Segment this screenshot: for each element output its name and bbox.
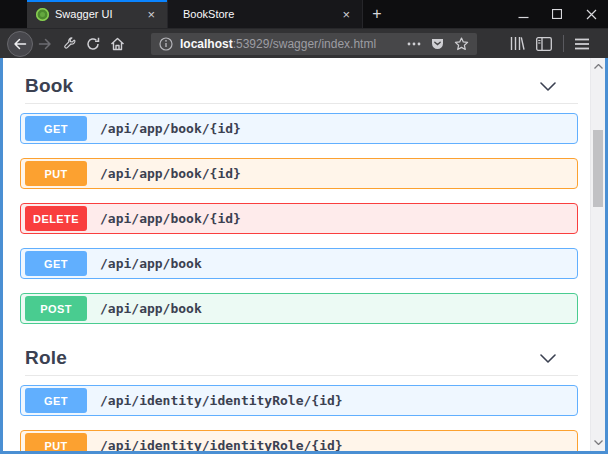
operation-path: /api/app/book/{id} <box>100 166 241 181</box>
operation-path: /api/app/book <box>100 256 202 271</box>
method-badge: DELETE <box>25 206 87 231</box>
swagger-operations: Book GET /api/app/book/{id} PUT /api/app… <box>3 58 581 451</box>
section-divider <box>25 103 578 104</box>
forward-button[interactable] <box>33 32 57 56</box>
library-icon[interactable] <box>509 36 525 51</box>
operation-path: /api/identity/identityRole/{id} <box>100 393 343 408</box>
home-button[interactable] <box>105 32 129 56</box>
operation-row[interactable]: PUT /api/app/book/{id} <box>20 158 578 189</box>
menu-hamburger-icon[interactable] <box>575 38 589 50</box>
operation-path: /api/app/book <box>100 301 202 316</box>
page-content: Book GET /api/app/book/{id} PUT /api/app… <box>0 58 608 454</box>
method-badge: POST <box>25 296 87 321</box>
reload-button[interactable] <box>81 32 105 56</box>
titlebar-drag-area <box>0 0 27 28</box>
operation-row[interactable]: POST /api/app/book <box>20 293 578 324</box>
titlebar: Swagger UI × BookStore × + <box>0 0 608 28</box>
tab-close-icon[interactable]: × <box>144 6 158 23</box>
navigation-toolbar: localhost:53929/swagger/index.html <box>0 28 608 58</box>
scroll-down-arrow-icon[interactable] <box>591 435 605 450</box>
toolbar-right <box>509 35 589 52</box>
site-info-icon[interactable] <box>159 37 173 51</box>
scroll-up-arrow-icon[interactable] <box>591 59 605 74</box>
operation-path: /api/identity/identityRole/{id} <box>100 438 343 451</box>
section-title: Role <box>25 347 67 369</box>
api-section: Role GET /api/identity/identityRole/{id}… <box>20 347 578 451</box>
operation-row[interactable]: GET /api/identity/identityRole/{id} <box>20 385 578 416</box>
scrollbar-thumb[interactable] <box>593 130 603 207</box>
operation-path: /api/app/book/{id} <box>100 211 241 226</box>
method-badge: GET <box>25 251 87 276</box>
pocket-icon[interactable] <box>430 37 445 51</box>
window-maximize-button[interactable] <box>540 0 574 28</box>
browser-window: Swagger UI × BookStore × + <box>0 0 608 454</box>
tab-title: Swagger UI <box>55 8 144 20</box>
operation-list: GET /api/app/book/{id} PUT /api/app/book… <box>20 113 578 324</box>
window-close-button[interactable] <box>574 0 608 28</box>
back-button[interactable] <box>7 31 33 57</box>
api-section: Book GET /api/app/book/{id} PUT /api/app… <box>20 75 578 324</box>
bookmark-star-icon[interactable] <box>454 37 469 51</box>
method-badge: PUT <box>25 161 87 186</box>
method-badge: PUT <box>25 433 87 451</box>
operation-list: GET /api/identity/identityRole/{id} PUT … <box>20 385 578 451</box>
urlbar-actions <box>407 37 469 51</box>
tab-swagger-ui[interactable]: Swagger UI × <box>27 0 168 28</box>
tab-close-icon[interactable]: × <box>339 6 353 23</box>
sidebar-toggle-icon[interactable] <box>536 37 552 51</box>
page-actions-icon[interactable] <box>407 42 421 46</box>
section-header[interactable]: Role <box>20 347 578 369</box>
tab-bookstore[interactable]: BookStore × <box>168 0 363 28</box>
method-badge: GET <box>25 116 87 141</box>
url-path: :53929/swagger/index.html <box>233 37 376 51</box>
chevron-down-icon[interactable] <box>540 354 556 363</box>
operation-row[interactable]: DELETE /api/app/book/{id} <box>20 203 578 234</box>
operation-row[interactable]: GET /api/app/book/{id} <box>20 113 578 144</box>
url-bar[interactable]: localhost:53929/swagger/index.html <box>151 33 477 55</box>
wrench-icon[interactable] <box>57 32 81 56</box>
url-host: localhost <box>180 37 233 51</box>
swagger-favicon-icon <box>36 8 49 21</box>
operation-row[interactable]: GET /api/app/book <box>20 248 578 279</box>
new-tab-button[interactable]: + <box>363 0 391 28</box>
chevron-down-icon[interactable] <box>540 82 556 91</box>
operation-row[interactable]: PUT /api/identity/identityRole/{id} <box>20 430 578 451</box>
window-minimize-button[interactable] <box>506 0 540 28</box>
vertical-scrollbar[interactable] <box>590 58 605 451</box>
operation-path: /api/app/book/{id} <box>100 121 241 136</box>
toolbar-separator <box>563 35 564 52</box>
tab-title: BookStore <box>183 8 339 20</box>
section-divider <box>25 375 578 376</box>
section-title: Book <box>25 75 73 97</box>
titlebar-drag-area <box>391 0 506 28</box>
section-header[interactable]: Book <box>20 75 578 97</box>
method-badge: GET <box>25 388 87 413</box>
url-text: localhost:53929/swagger/index.html <box>180 37 401 51</box>
api-sections: Book GET /api/app/book/{id} PUT /api/app… <box>20 75 578 451</box>
